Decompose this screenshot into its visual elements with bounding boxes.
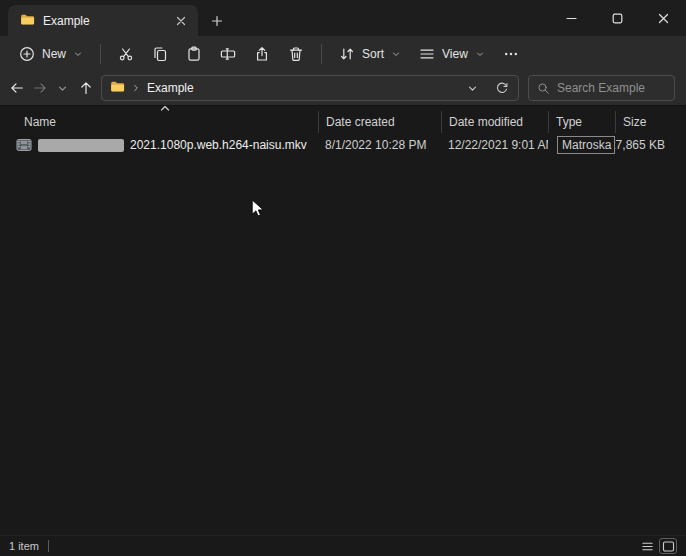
file-row[interactable]: 2021.1080p.web.h264-naisu.mkv 8/1/2022 1…	[0, 134, 686, 156]
toolbar-divider	[321, 44, 322, 64]
file-date-created: 8/1/2022 10:28 PM	[318, 134, 441, 156]
file-type-cell: Matroska Vi...	[548, 134, 615, 156]
details-view-button[interactable]	[638, 538, 656, 554]
back-button[interactable]	[5, 75, 28, 101]
column-header-date-created[interactable]: Date created	[318, 111, 441, 133]
chevron-down-icon	[467, 83, 478, 94]
close-icon	[658, 13, 669, 24]
cursor-arrow-icon	[251, 199, 265, 219]
item-count: 1 item	[9, 540, 39, 552]
statusbar-divider	[48, 540, 49, 552]
new-button[interactable]: New	[10, 40, 92, 68]
view-button[interactable]: View	[410, 40, 494, 68]
recent-locations-button[interactable]	[51, 75, 74, 101]
arrow-up-icon	[78, 80, 94, 96]
refresh-button[interactable]	[490, 77, 514, 99]
folder-icon	[110, 79, 125, 97]
ellipsis-icon	[503, 46, 519, 62]
rename-button[interactable]	[211, 40, 245, 68]
view-toggle-group	[638, 538, 677, 554]
file-size: 9,727,865 KB	[615, 134, 671, 156]
window-controls	[548, 0, 686, 36]
plus-circle-icon	[19, 46, 35, 62]
view-button-label: View	[442, 47, 468, 61]
thumbnails-view-button[interactable]	[659, 538, 677, 554]
maximize-icon	[612, 13, 623, 24]
maximize-button[interactable]	[594, 0, 640, 36]
view-list-icon	[419, 46, 435, 62]
column-header-size[interactable]: Size	[615, 111, 671, 133]
sort-arrows-icon	[339, 46, 355, 62]
status-bar: 1 item	[0, 535, 686, 556]
share-button[interactable]	[245, 40, 279, 68]
close-icon	[176, 16, 186, 26]
more-options-button[interactable]	[494, 40, 528, 68]
sort-button-label: Sort	[362, 47, 384, 61]
copy-icon	[152, 46, 168, 62]
breadcrumb-chevron-icon	[131, 83, 141, 93]
chevron-down-icon	[475, 49, 485, 59]
sort-button[interactable]: Sort	[330, 40, 410, 68]
plus-icon	[211, 15, 223, 27]
folder-icon	[20, 12, 35, 30]
cut-button[interactable]	[109, 40, 143, 68]
rename-icon	[220, 46, 236, 62]
chevron-down-icon	[73, 49, 83, 59]
column-header-name[interactable]: Name	[12, 111, 318, 133]
toolbar-divider	[100, 44, 101, 64]
up-button[interactable]	[74, 75, 97, 101]
file-name: 2021.1080p.web.h264-naisu.mkv	[130, 138, 307, 152]
paste-button[interactable]	[177, 40, 211, 68]
file-explorer-window: Example	[0, 0, 686, 556]
column-header-date-modified[interactable]: Date modified	[441, 111, 548, 133]
scissors-icon	[118, 46, 134, 62]
trash-icon	[288, 46, 304, 62]
search-input[interactable]	[557, 81, 666, 95]
refresh-icon	[495, 81, 509, 95]
new-tab-button[interactable]	[206, 10, 228, 32]
forward-button[interactable]	[28, 75, 51, 101]
file-name-cell: 2021.1080p.web.h264-naisu.mkv	[12, 134, 318, 156]
address-dropdown-button[interactable]	[460, 77, 484, 99]
file-type: Matroska Vi...	[557, 136, 615, 154]
minimize-icon	[566, 13, 577, 24]
address-bar[interactable]: Example	[101, 75, 519, 101]
breadcrumb-folder[interactable]: Example	[147, 81, 194, 95]
mouse-cursor	[251, 199, 265, 222]
minimize-button[interactable]	[548, 0, 594, 36]
navigation-bar: Example	[0, 71, 686, 106]
clipboard-paste-icon	[186, 46, 202, 62]
tab-close-button[interactable]	[172, 12, 190, 30]
close-window-button[interactable]	[640, 0, 686, 36]
column-header-type[interactable]: Type	[548, 111, 615, 133]
tab-title: Example	[43, 14, 164, 28]
search-icon	[537, 82, 550, 95]
redacted-filename-segment	[38, 139, 124, 152]
column-headers: Name Date created Date modified Type Siz…	[0, 111, 686, 133]
titlebar: Example	[0, 0, 686, 36]
file-date-modified: 12/22/2021 9:01 AM	[441, 134, 548, 156]
thumbnail-icon	[662, 540, 675, 553]
film-icon	[16, 137, 32, 153]
arrow-right-icon	[32, 80, 48, 96]
details-list-icon	[641, 540, 654, 553]
delete-button[interactable]	[279, 40, 313, 68]
chevron-down-icon	[391, 49, 401, 59]
search-box[interactable]	[528, 75, 675, 101]
share-icon	[254, 46, 270, 62]
new-button-label: New	[42, 47, 66, 61]
explorer-tab[interactable]: Example	[8, 5, 198, 36]
chevron-down-icon	[57, 83, 68, 94]
command-toolbar: New	[0, 36, 686, 71]
arrow-left-icon	[9, 80, 25, 96]
copy-button[interactable]	[143, 40, 177, 68]
